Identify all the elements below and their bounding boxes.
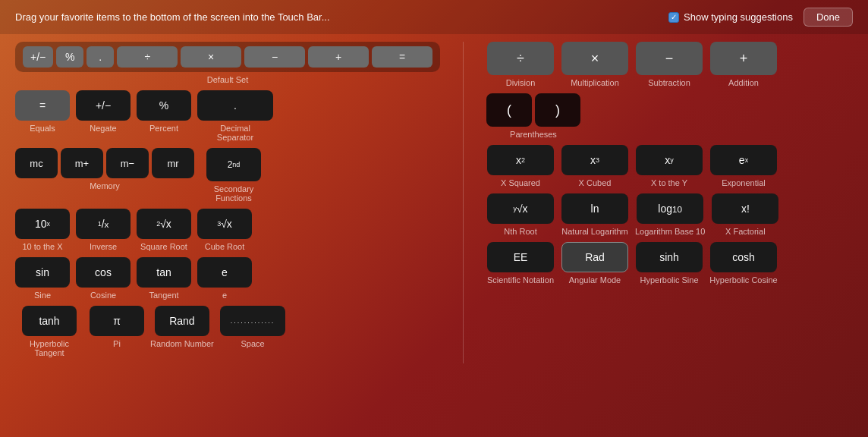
default-set-section: +/− % . ÷ × − + = Default Set	[15, 42, 440, 84]
ds-key-subtract[interactable]: −	[244, 46, 305, 68]
division-button[interactable]: ÷	[487, 42, 554, 75]
row-memory: mc m+ m− mr Memory 2nd SecondaryFunction…	[15, 148, 440, 203]
xcubed-label: X Cubed	[579, 178, 612, 187]
negate-label: Negate	[90, 124, 116, 133]
ds-key-multiply[interactable]: ×	[181, 46, 241, 68]
sin-button[interactable]: sin	[15, 257, 70, 288]
ds-key-decimal[interactable]: .	[86, 46, 114, 68]
sin-label: Sine	[34, 291, 51, 300]
right-row-scientific: EE Scientific Notation Rad Angular Mode …	[486, 242, 853, 285]
item-ln: ln Natural Logarithm	[561, 193, 629, 236]
subtraction-button[interactable]: −	[636, 42, 703, 75]
default-set-row: +/− % . ÷ × − + =	[15, 42, 440, 72]
item-multiplication: × Multiplication	[561, 42, 629, 87]
ds-key-divide[interactable]: ÷	[117, 46, 178, 68]
show-typing-checkbox[interactable]: ✓	[668, 12, 679, 23]
item-factorial: x! X Factorial	[711, 193, 779, 236]
item-tan: tan Tangent	[137, 257, 191, 300]
log10-button[interactable]: log10	[637, 193, 703, 224]
multiplication-button[interactable]: ×	[561, 42, 628, 75]
tan-button[interactable]: tan	[137, 257, 191, 288]
ds-key-plusminus[interactable]: +/−	[23, 46, 53, 68]
right-panel: ÷ Division × Multiplication − Subtractio…	[486, 42, 853, 363]
main-content: +/− % . ÷ × − + = Default Set = Equals +…	[0, 34, 868, 371]
ds-key-percent[interactable]: %	[56, 46, 83, 68]
item-sqroot: 2√x Square Root	[137, 209, 191, 251]
show-typing-container[interactable]: ✓ Show typing suggestions	[668, 11, 793, 23]
item-decimal: . Decimal Separator	[197, 90, 273, 142]
10x-button[interactable]: 10x	[15, 209, 70, 239]
ee-button[interactable]: EE	[487, 242, 554, 272]
right-row-parens: ( ) Parentheses	[486, 93, 853, 139]
equals-button[interactable]: =	[15, 90, 70, 121]
negate-button[interactable]: +/−	[76, 90, 131, 121]
item-e: e e	[197, 257, 252, 300]
item-equals: = Equals	[15, 90, 70, 133]
space-button[interactable]: .............	[220, 306, 286, 336]
parens-pair: ( )	[486, 93, 580, 127]
memory-label: Memory	[90, 181, 120, 190]
cosh-button[interactable]: cosh	[710, 242, 777, 272]
nthroot-label: Nth Root	[504, 227, 536, 236]
open-paren-button[interactable]: (	[486, 93, 532, 127]
factorial-button[interactable]: x!	[712, 193, 778, 224]
exponential-button[interactable]: ex	[710, 145, 777, 175]
parens-label: Parentheses	[510, 130, 557, 139]
percent-button[interactable]: %	[137, 90, 191, 121]
ds-key-equals[interactable]: =	[372, 46, 432, 68]
ln-button[interactable]: ln	[561, 193, 628, 224]
memory-keys: mc m+ m− mr	[15, 148, 194, 178]
mc-button[interactable]: mc	[15, 148, 58, 178]
left-panel: +/− % . ÷ × − + = Default Set = Equals +…	[15, 42, 440, 363]
tanh-button[interactable]: tanh	[22, 306, 77, 336]
decimal-button[interactable]: .	[197, 90, 273, 121]
inverse-button[interactable]: 1/x	[76, 209, 131, 239]
done-button[interactable]: Done	[804, 8, 853, 27]
sqroot-button[interactable]: 2√x	[137, 209, 191, 239]
row-basic: = Equals +/− Negate % Percent . Decimal …	[15, 90, 440, 142]
rad-button[interactable]: Rad	[561, 242, 628, 272]
mplus-button[interactable]: m+	[61, 148, 103, 178]
xcubed-button[interactable]: x3	[561, 145, 628, 175]
secondary-button[interactable]: 2nd	[206, 148, 261, 181]
mminus-button[interactable]: m−	[106, 148, 149, 178]
right-row-powers: x2 X Squared x3 X Cubed xy X to the Y ex…	[486, 145, 853, 187]
decimal-label: Decimal Separator	[201, 124, 269, 142]
item-cosh: cosh Hyperbolic Cosine	[709, 242, 778, 285]
item-addition: + Addition	[709, 42, 778, 87]
mr-button[interactable]: mr	[152, 148, 194, 178]
ln-label: Natural Logarithm	[561, 227, 627, 236]
space-label: Space	[241, 339, 264, 348]
item-cos: cos Cosine	[76, 257, 131, 300]
row-trig: sin Sine cos Cosine tan Tangent e e	[15, 257, 440, 300]
item-parens: ( ) Parentheses	[486, 93, 580, 139]
cos-button[interactable]: cos	[76, 257, 131, 288]
e-button[interactable]: e	[197, 257, 252, 288]
item-xtoy: xy X to the Y	[635, 145, 703, 187]
item-space: ............. Space	[220, 306, 286, 348]
pi-button[interactable]: π	[90, 306, 144, 336]
cuberoot-label: Cube Root	[205, 242, 245, 251]
item-secondary: 2nd SecondaryFunctions	[206, 148, 261, 203]
xsquared-button[interactable]: x2	[487, 145, 554, 175]
item-division: ÷ Division	[486, 42, 555, 87]
ds-key-add[interactable]: +	[308, 46, 369, 68]
xtoy-button[interactable]: xy	[636, 145, 703, 175]
nthroot-button[interactable]: y√x	[487, 193, 554, 224]
row-power: 10x 10 to the X 1/x Inverse 2√x Square R…	[15, 209, 440, 251]
sinh-button[interactable]: sinh	[636, 242, 703, 272]
secondary-label: SecondaryFunctions	[214, 184, 254, 203]
sqroot-label: Square Root	[140, 242, 187, 251]
cuberoot-button[interactable]: 3√x	[197, 209, 252, 239]
close-paren-button[interactable]: )	[535, 93, 580, 127]
sinh-label: Hyperbolic Sine	[640, 275, 698, 285]
item-xcubed: x3 X Cubed	[561, 145, 629, 187]
inverse-label: Inverse	[90, 242, 117, 251]
addition-button[interactable]: +	[710, 42, 777, 75]
rand-button[interactable]: Rand	[155, 306, 209, 336]
item-sin: sin Sine	[15, 257, 70, 300]
subtraction-label: Subtraction	[648, 78, 690, 87]
item-percent: % Percent	[137, 90, 191, 133]
show-typing-label: Show typing suggestions	[684, 11, 793, 23]
equals-label: Equals	[30, 124, 55, 133]
